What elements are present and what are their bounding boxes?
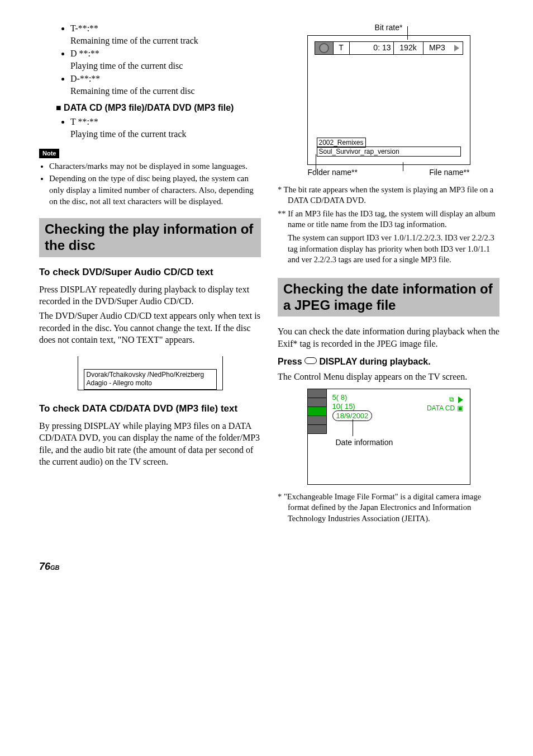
cd-text-line: Dvorak/Tchaikovsky /NedPho/Kreizberg — [87, 371, 204, 379]
file-name-label: File name** — [429, 167, 469, 178]
page-region: GB — [50, 564, 60, 571]
code: D **:** — [70, 49, 99, 58]
cm-line: 10( 15) — [332, 401, 355, 412]
copy-icon: ⧉ — [449, 395, 454, 403]
desc: Remaining time of the current disc — [70, 86, 195, 96]
note-label: Note — [39, 149, 59, 158]
seg-time: 0: 13 — [350, 42, 394, 54]
paragraph: Press DISPLAY repeatedly during playback… — [39, 284, 261, 308]
press-prefix: Press — [278, 357, 304, 366]
cd-text-line: Adagio - Allegro molto — [87, 379, 152, 387]
heading-data-cd-mp3: DATA CD (MP3 file)/DATA DVD (MP3 file) — [56, 102, 261, 114]
display-button-icon — [304, 357, 317, 364]
clock-icon — [319, 43, 329, 53]
bitrate-label: Bit rate* — [278, 22, 499, 33]
seg-bitrate: 192k — [394, 42, 423, 54]
desc: Remaining time of the current track — [70, 36, 198, 45]
control-menu-diagram: 5( 8) 10( 15) 18/9/2002 ⧉ DATA CD ▣ Date… — [307, 389, 470, 485]
diagram-file-name: Soul_Survivor_rap_version — [317, 147, 461, 157]
sub-heading-data-cd-text: To check DATA CD/DATA DVD (MP3 file) tex… — [39, 403, 261, 415]
footnote: ** If an MP3 file has the ID3 tag, the s… — [278, 209, 499, 230]
note-item: Characters/marks may not be displayed in… — [49, 160, 261, 172]
playback-info-diagram: T 0: 13 192k MP3 2002_Remixes Soul_Survi… — [307, 35, 470, 165]
paragraph: The DVD/Super Audio CD/CD text appears o… — [39, 310, 261, 346]
paragraph: You can check the date information durin… — [278, 325, 499, 349]
footnote: * "Exchangeable Image File Format" is a … — [278, 492, 499, 525]
code: T-**:** — [70, 23, 98, 33]
code: T **:** — [70, 117, 98, 126]
code: D-**:** — [70, 74, 100, 83]
press-suffix: DISPLAY during playback. — [317, 357, 431, 366]
note-item: Depending on the type of disc being play… — [49, 173, 261, 207]
section-heading-jpeg-date: Checking the date information of a JPEG … — [278, 278, 499, 317]
cd-text-diagram: Dvorak/Tchaikovsky /NedPho/Kreizberg Ada… — [78, 356, 223, 390]
section-heading-play-info: Checking the play information of the dis… — [39, 218, 261, 257]
cm-disc-type: DATA CD — [427, 404, 455, 412]
seg-t: T — [334, 42, 350, 54]
play-icon — [458, 396, 463, 403]
footnote: * The bit rate appears when the system i… — [278, 185, 499, 206]
cm-line: 5( 8) — [332, 393, 348, 403]
camera-icon: ▣ — [457, 404, 463, 412]
desc: Playing time of the current track — [70, 129, 186, 139]
date-info-label: Date information — [336, 437, 393, 448]
seg-format: MP3 — [423, 42, 451, 54]
paragraph: By pressing DISPLAY while playing MP3 fi… — [39, 420, 261, 468]
play-icon — [454, 45, 459, 51]
paragraph: The Control Menu display appears on the … — [278, 371, 499, 383]
page-number: 76 — [39, 561, 50, 572]
footnote: The system can support ID3 ver 1.0/1.1/2… — [278, 233, 499, 266]
sub-heading-dvd-text: To check DVD/Super Audio CD/CD text — [39, 266, 261, 279]
desc: Playing time of the current disc — [70, 61, 183, 70]
